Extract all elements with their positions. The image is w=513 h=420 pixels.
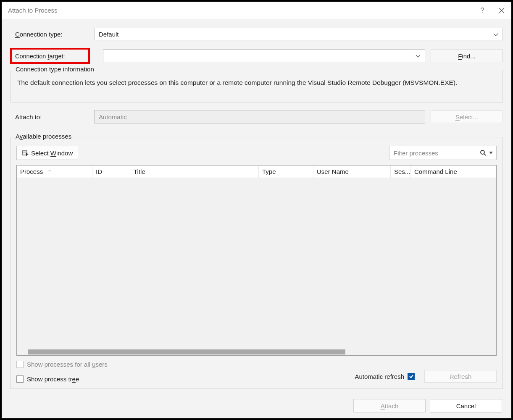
- column-id[interactable]: ID: [92, 165, 130, 178]
- connection-type-label: Connection type:: [10, 31, 94, 38]
- attach-to-value: Automatic: [99, 113, 127, 121]
- select-code-type-button[interactable]: Select...: [431, 110, 503, 123]
- automatic-refresh-checkbox[interactable]: Automatic refresh: [355, 373, 415, 380]
- attach-to-row: Attach to: Automatic Select...: [10, 110, 503, 123]
- filter-placeholder: Filter processes: [394, 150, 477, 157]
- table-body-empty: [17, 178, 496, 349]
- show-process-tree-checkbox[interactable]: Show process tree: [16, 375, 108, 383]
- dialog-body: Connection type: Default Connection targ…: [2, 19, 511, 393]
- connection-type-info-group: Connection type information The default …: [10, 70, 503, 102]
- refresh-controls: Automatic refresh Refresh: [355, 370, 497, 383]
- select-window-icon: [22, 150, 29, 156]
- show-all-users-label: Show processes for all users: [27, 361, 108, 368]
- search-icon: [480, 150, 487, 156]
- svg-marker-6: [489, 152, 493, 154]
- window-title: Attach to Process: [8, 7, 473, 14]
- table-header: Process ︿ ID Title Type User Name Ses...…: [17, 165, 496, 178]
- cancel-button[interactable]: Cancel: [430, 399, 502, 412]
- checkbox-box-checked: [408, 373, 415, 380]
- column-process[interactable]: Process ︿: [17, 165, 92, 178]
- connection-type-select[interactable]: Default: [94, 28, 503, 40]
- options-row: Show processes for all users Show proces…: [16, 361, 497, 383]
- titlebar: Attach to Process ?: [2, 2, 511, 19]
- connection-type-value: Default: [99, 31, 119, 38]
- column-username[interactable]: User Name: [313, 165, 391, 178]
- connection-target-label: Connection target:: [15, 53, 65, 60]
- horizontal-scrollbar[interactable]: [17, 349, 496, 355]
- processes-toolbar: Select Window Filter processes: [16, 146, 497, 160]
- checkbox-box: [16, 361, 24, 368]
- column-type[interactable]: Type: [259, 165, 313, 178]
- checkbox-column: Show processes for all users Show proces…: [16, 361, 108, 383]
- chevron-down-icon: [416, 52, 421, 59]
- column-title[interactable]: Title: [130, 165, 259, 178]
- svg-point-4: [481, 150, 484, 154]
- processes-table: Process ︿ ID Title Type User Name Ses...…: [16, 165, 497, 356]
- svg-line-5: [484, 154, 486, 155]
- scrollbar-thumb[interactable]: [28, 349, 345, 354]
- column-cmdline[interactable]: Command Line: [411, 165, 496, 178]
- automatic-refresh-label: Automatic refresh: [355, 373, 404, 380]
- chevron-down-icon[interactable]: [489, 152, 493, 154]
- attach-button[interactable]: Attach: [353, 399, 426, 412]
- help-button[interactable]: ?: [473, 2, 492, 19]
- connection-target-label-highlight: Connection target:: [10, 48, 90, 64]
- available-processes-legend: Available processes: [14, 133, 73, 140]
- dialog-footer: Attach Cancel: [2, 393, 511, 418]
- close-icon: [499, 8, 505, 13]
- select-window-button[interactable]: Select Window: [16, 146, 78, 160]
- checkbox-box: [16, 375, 24, 383]
- available-processes-group: Available processes Select Window Filter…: [10, 137, 503, 389]
- connection-type-info-text: The default connection lets you select p…: [17, 78, 496, 88]
- connection-type-row: Connection type: Default: [10, 28, 503, 40]
- attach-to-label: Attach to:: [10, 113, 94, 121]
- connection-target-combobox[interactable]: [103, 50, 425, 62]
- attach-to-process-dialog: Attach to Process ? Connection type: Def…: [1, 1, 512, 419]
- filter-processes-input[interactable]: Filter processes: [389, 146, 497, 160]
- find-button[interactable]: Find...: [431, 50, 503, 62]
- sort-ascending-icon: ︿: [48, 167, 52, 173]
- show-process-tree-label: Show process tree: [27, 375, 79, 383]
- connection-type-info-legend: Connection type information: [14, 66, 96, 73]
- attach-to-field: Automatic: [94, 110, 425, 123]
- column-session[interactable]: Ses...: [391, 165, 411, 178]
- chevron-down-icon: [493, 31, 498, 38]
- close-button[interactable]: [492, 2, 511, 19]
- show-all-users-checkbox[interactable]: Show processes for all users: [16, 361, 108, 368]
- connection-target-row: Connection target: Find...: [10, 48, 503, 64]
- refresh-button[interactable]: Refresh: [424, 370, 497, 383]
- help-icon: ?: [480, 6, 484, 15]
